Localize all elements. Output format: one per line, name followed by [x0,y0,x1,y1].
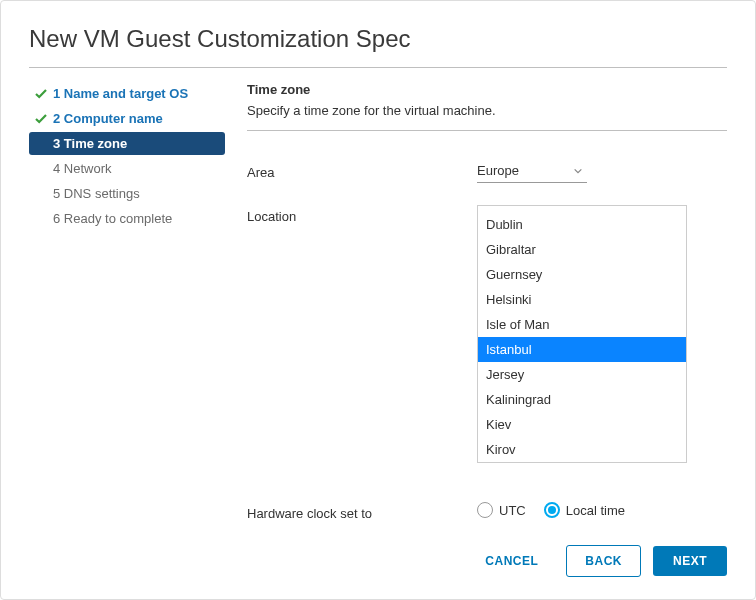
chevron-down-icon [573,166,583,176]
section-title: Time zone [247,82,727,97]
wizard-step[interactable]: 2 Computer name [29,107,225,130]
step-label: 5 DNS settings [53,186,219,201]
wizard-step: 4 Network [29,157,225,180]
checkmark-icon [35,88,53,100]
dialog-body: 1 Name and target OS2 Computer name3 Tim… [29,82,727,527]
clock-radio-local[interactable]: Local time [544,502,625,518]
radio-label-local: Local time [566,503,625,518]
back-button[interactable]: BACK [566,545,641,577]
wizard-step[interactable]: 3 Time zone [29,132,225,155]
section-desc: Specify a time zone for the virtual mach… [247,103,727,131]
list-item[interactable]: Lisbon [478,462,686,463]
list-item[interactable]: Kirov [478,437,686,462]
list-item[interactable]: Helsinki [478,287,686,312]
radio-circle [477,502,493,518]
area-row: Area Europe [247,161,727,183]
list-item[interactable]: Istanbul [478,337,686,362]
list-item[interactable]: Gibraltar [478,237,686,262]
checkmark-icon [35,113,53,125]
step-label: 1 Name and target OS [53,86,219,101]
area-dropdown-value: Europe [477,163,545,178]
location-listbox[interactable]: DublinGibraltarGuernseyHelsinkiIsle of M… [477,205,687,463]
step-label: 6 Ready to complete [53,211,219,226]
clock-radio-group: UTC Local time [477,502,727,518]
list-item[interactable]: Dublin [478,212,686,237]
radio-circle [544,502,560,518]
list-item[interactable]: Jersey [478,362,686,387]
wizard-step: 6 Ready to complete [29,207,225,230]
main-panel: Time zone Specify a time zone for the vi… [237,82,727,527]
wizard-dialog: New VM Guest Customization Spec 1 Name a… [0,0,756,600]
dialog-title: New VM Guest Customization Spec [29,25,727,53]
step-label: 2 Computer name [53,111,219,126]
clock-row: Hardware clock set to UTC Local time [247,502,727,521]
wizard-steps-nav: 1 Name and target OS2 Computer name3 Tim… [29,82,237,527]
step-label: 4 Network [53,161,219,176]
dialog-footer: CANCEL BACK NEXT [29,527,727,577]
clock-label: Hardware clock set to [247,502,477,521]
area-dropdown[interactable]: Europe [477,161,587,183]
list-item[interactable]: Kaliningrad [478,387,686,412]
wizard-step[interactable]: 1 Name and target OS [29,82,225,105]
next-button[interactable]: NEXT [653,546,727,576]
location-label: Location [247,205,477,224]
list-item[interactable]: Kiev [478,412,686,437]
cancel-button[interactable]: CANCEL [469,546,554,576]
location-row: Location DublinGibraltarGuernseyHelsinki… [247,205,727,463]
radio-label-utc: UTC [499,503,526,518]
step-label: 3 Time zone [53,136,219,151]
list-item[interactable]: Guernsey [478,262,686,287]
area-label: Area [247,161,477,180]
title-divider [29,67,727,68]
list-item[interactable]: Isle of Man [478,312,686,337]
clock-radio-utc[interactable]: UTC [477,502,526,518]
radio-dot [548,506,556,514]
wizard-step: 5 DNS settings [29,182,225,205]
